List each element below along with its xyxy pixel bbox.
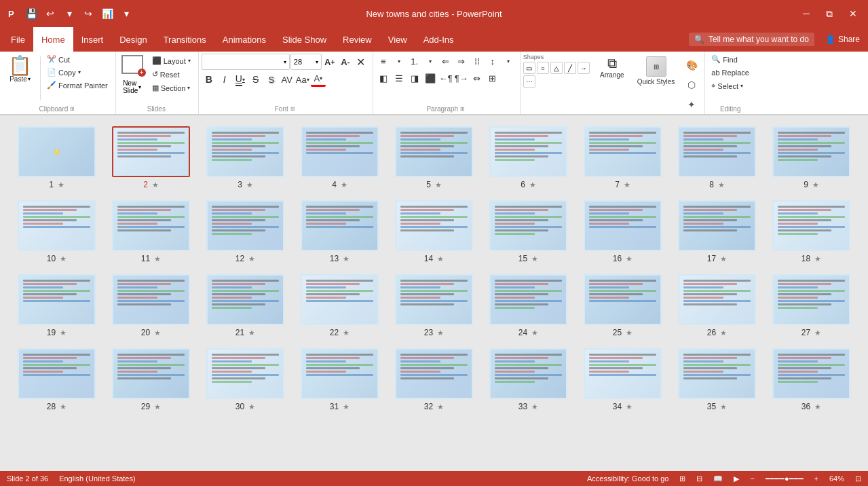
tell-me-search[interactable]: 🔍 Tell me what you want to do	[689, 33, 814, 46]
paragraph-expand[interactable]: ⊞	[460, 106, 465, 112]
replace-button[interactable]: ab Replace	[708, 67, 753, 78]
slide-star-4[interactable]: ★	[341, 181, 347, 189]
numbering-button[interactable]: 1.	[407, 54, 422, 69]
slide-item-7[interactable]: 7★	[580, 126, 666, 189]
slide-item-15[interactable]: 15★	[485, 200, 571, 263]
view-reading[interactable]: 📖	[713, 474, 723, 483]
slide-star-10[interactable]: ★	[60, 255, 67, 263]
font-name-selector[interactable]: ▾	[202, 54, 290, 70]
reset-button[interactable]: ↺ Reset	[149, 69, 194, 80]
clipboard-expand[interactable]: ⊞	[70, 106, 75, 112]
zoom-plus[interactable]: +	[814, 474, 818, 483]
shape-oval[interactable]: ○	[537, 62, 549, 74]
slide-item-23[interactable]: 23★	[391, 274, 477, 337]
columns-button[interactable]: ⁞⁞	[470, 54, 485, 69]
increase-font-button[interactable]: A+	[322, 54, 337, 69]
slide-star-6[interactable]: ★	[529, 181, 536, 189]
shape-fill-button[interactable]: 🎨	[683, 56, 700, 74]
slide-star-2[interactable]: ★	[152, 181, 159, 189]
slide-star-28[interactable]: ★	[60, 403, 67, 411]
change-case-button[interactable]: Aa▾	[295, 72, 310, 87]
shape-triangle[interactable]: △	[550, 62, 563, 74]
minimize-button[interactable]: ─	[797, 5, 815, 22]
slide-star-8[interactable]: ★	[718, 181, 725, 189]
slide-star-34[interactable]: ★	[626, 403, 633, 411]
slide-item-22[interactable]: 22★	[297, 274, 383, 337]
slide-item-36[interactable]: 36★	[768, 348, 854, 411]
redo-button[interactable]: ↪	[80, 5, 96, 22]
view-slide-sorter[interactable]: ⊟	[696, 474, 702, 483]
slide-star-9[interactable]: ★	[812, 181, 819, 189]
menu-design[interactable]: Design	[111, 27, 155, 52]
slide-star-36[interactable]: ★	[814, 403, 821, 411]
slide-star-24[interactable]: ★	[531, 329, 538, 337]
slide-item-11[interactable]: 11★	[108, 200, 194, 263]
slide-item-5[interactable]: 5★	[391, 126, 477, 189]
shape-effects-button[interactable]: ✦	[683, 96, 700, 113]
slide-star-3[interactable]: ★	[246, 181, 253, 189]
menu-slideshow[interactable]: Slide Show	[274, 27, 335, 52]
view-presentation[interactable]: ▶	[734, 474, 739, 483]
numbering-dropdown[interactable]: ▾	[423, 54, 438, 69]
slide-star-29[interactable]: ★	[154, 403, 161, 411]
find-button[interactable]: 🔍 Find	[708, 54, 740, 65]
slide-item-27[interactable]: 27★	[768, 274, 854, 337]
slide-star-16[interactable]: ★	[626, 255, 633, 263]
layout-dropdown[interactable]: ▾	[188, 58, 191, 64]
customize-button[interactable]: ▾	[118, 5, 134, 22]
shape-line[interactable]: ╱	[564, 62, 576, 74]
slide-star-11[interactable]: ★	[154, 255, 161, 263]
shape-rect[interactable]: ▭	[523, 62, 535, 74]
menu-addins[interactable]: Add-Ins	[415, 27, 462, 52]
slide-item-19[interactable]: 19★	[14, 274, 100, 337]
cut-button[interactable]: ✂️ Cut	[43, 54, 111, 65]
menu-insert[interactable]: Insert	[73, 27, 112, 52]
slide-item-33[interactable]: 33★	[485, 348, 571, 411]
slide-item-8[interactable]: 8★	[674, 126, 760, 189]
slide-item-4[interactable]: 4★	[297, 126, 383, 189]
fit-window[interactable]: ⊡	[855, 474, 861, 483]
slide-item-26[interactable]: 26★	[674, 274, 760, 337]
slide-item-20[interactable]: 20★	[108, 274, 194, 337]
slide-item-2[interactable]: 2★	[108, 126, 194, 189]
zoom-minus[interactable]: −	[750, 474, 754, 483]
slide-star-7[interactable]: ★	[624, 181, 630, 189]
slide-item-21[interactable]: 21★	[202, 274, 288, 337]
decrease-indent-button[interactable]: ⇐	[438, 54, 453, 69]
font-name-dropdown[interactable]: ▾	[284, 59, 286, 65]
bullets-dropdown[interactable]: ▾	[392, 54, 407, 69]
slide-star-27[interactable]: ★	[814, 329, 821, 337]
font-expand[interactable]: ⊞	[290, 106, 295, 112]
ltr-button[interactable]: ¶→	[454, 71, 469, 86]
slide-star-17[interactable]: ★	[720, 255, 727, 263]
slide-item-16[interactable]: 16★	[580, 200, 666, 263]
slide-item-6[interactable]: 6★	[485, 126, 571, 189]
slide-item-30[interactable]: 30★	[202, 348, 288, 411]
slide-item-12[interactable]: 12★	[202, 200, 288, 263]
slide-item-18[interactable]: 18★	[768, 200, 854, 263]
select-dropdown[interactable]: ▾	[740, 83, 743, 89]
font-size-selector[interactable]: 28 ▾	[290, 54, 322, 70]
slide-star-14[interactable]: ★	[437, 255, 444, 263]
slide-star-30[interactable]: ★	[248, 403, 255, 411]
strikethrough-button[interactable]: S	[248, 72, 263, 87]
slide-star-21[interactable]: ★	[248, 329, 255, 337]
text-direction-button[interactable]: ⇔	[470, 71, 485, 86]
restore-button[interactable]: ⧉	[820, 5, 838, 22]
copy-button[interactable]: 📄 Copy ▾	[43, 67, 111, 78]
smart-art-button[interactable]: ⊞	[485, 71, 500, 86]
slide-star-15[interactable]: ★	[531, 255, 538, 263]
undo-dropdown[interactable]: ▾	[61, 5, 77, 22]
select-button[interactable]: ⌖ Select ▾	[708, 80, 747, 92]
slide-item-31[interactable]: 31★	[297, 348, 383, 411]
paste-button[interactable]: 📋 Paste ▾	[3, 54, 37, 86]
slide-star-22[interactable]: ★	[343, 329, 350, 337]
clear-format-button[interactable]: ✕	[354, 54, 369, 69]
line-spacing-dropdown[interactable]: ▾	[501, 54, 516, 69]
menu-file[interactable]: File	[3, 27, 33, 52]
slide-star-32[interactable]: ★	[437, 403, 444, 411]
line-spacing-button[interactable]: ↕	[485, 54, 500, 69]
paste-dropdown[interactable]: ▾	[28, 76, 31, 82]
shape-outline-button[interactable]: ⬡	[683, 76, 700, 94]
menu-view[interactable]: View	[380, 27, 415, 52]
